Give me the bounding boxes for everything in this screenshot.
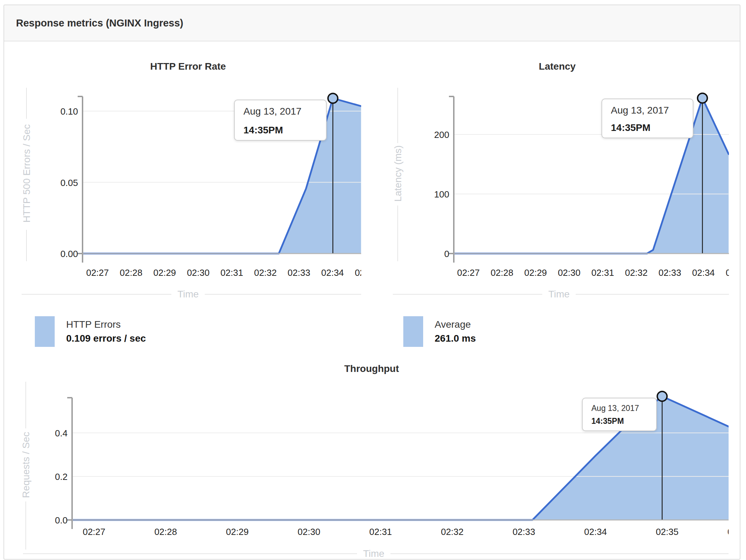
http-error-rate-ytick-2: 0.00	[60, 249, 78, 259]
latency-xtick-2: 02:29	[524, 267, 547, 278]
card-header: Response metrics (NGINX Ingress)	[4, 5, 740, 41]
marker-point	[328, 93, 338, 103]
http-error-rate-xtick-7: 02:34	[321, 267, 344, 278]
throughput-ytick-1: 0.2	[55, 472, 68, 482]
http-error-rate-xtick-3: 02:30	[187, 267, 210, 278]
throughput-xtick-8: 02:35	[656, 527, 678, 537]
throughput-y-axis-title: Requests / Sec	[21, 432, 31, 498]
latency-tooltip-date: Aug 13, 2017	[611, 105, 669, 116]
latency-tooltip-time: 14:35PM	[611, 122, 651, 133]
marker-point	[657, 391, 667, 401]
latency-xtick-5: 02:32	[625, 267, 647, 278]
throughput-x-axis-title: Time	[363, 548, 384, 559]
throughput-ytick-0: 0.4	[55, 428, 68, 438]
legend-text: HTTP Errors 0.109 errors / sec	[66, 316, 146, 347]
latency-xtick-7: 02:34	[692, 267, 715, 278]
http-errors-legend-label: HTTP Errors	[66, 320, 146, 329]
http-errors-legend-swatch	[35, 316, 55, 347]
http-error-rate-ytick-0: 0.10	[60, 106, 78, 117]
throughput-xtick-5: 02:32	[441, 527, 464, 537]
http-error-rate-xtick-0: 02:27	[86, 267, 109, 278]
latency-xtick-0: 02:27	[457, 267, 480, 278]
http-error-rate-xtick-4: 02:31	[220, 267, 243, 278]
latency-xtick-1: 02:28	[491, 267, 513, 278]
http-error-rate-x-axis-title: Time	[177, 289, 199, 300]
http-error-rate-tooltip-date: Aug 13, 2017	[243, 106, 302, 117]
throughput-title: Throughput	[344, 363, 399, 374]
throughput-xtick-3: 02:30	[298, 527, 320, 537]
throughput-tooltip-time: 14:35PM	[591, 417, 624, 426]
throughput-xtick-9: 02:36	[728, 527, 729, 537]
throughput-ytick-2: 0.0	[55, 515, 68, 526]
latency-xtick-6: 02:33	[659, 267, 681, 278]
average-latency-legend: Average 261.0 ms	[403, 316, 476, 347]
average-latency-legend-label: Average	[435, 320, 476, 329]
average-latency-legend-value: 261.0 ms	[435, 334, 476, 343]
throughput-xtick-7: 02:34	[584, 527, 607, 537]
http-errors-legend: HTTP Errors 0.109 errors / sec	[35, 316, 146, 347]
latency-ytick-1: 100	[434, 189, 449, 200]
throughput-xtick-0: 02:27	[83, 527, 105, 537]
http-errors-legend-value: 0.109 errors / sec	[66, 334, 146, 343]
latency-xtick-4: 02:31	[591, 267, 614, 278]
http-error-rate-ytick-1: 0.05	[60, 178, 78, 188]
http-error-rate-xtick-6: 02:33	[288, 267, 310, 278]
throughput-chart[interactable]: 0.40.20.002:2702:2802:2902:3002:3102:320…	[3, 360, 729, 560]
card-title: Response metrics (NGINX Ingress)	[16, 17, 183, 29]
http-error-rate-xtick-5: 02:32	[254, 267, 277, 278]
average-latency-legend-swatch	[403, 316, 423, 347]
http-error-rate-y-axis-title: HTTP 500 Errors / Sec	[21, 124, 32, 223]
marker-point	[698, 93, 707, 103]
throughput-xtick-1: 02:28	[154, 527, 177, 537]
throughput-xtick-4: 02:31	[369, 527, 392, 537]
http-error-rate-tooltip-time: 14:35PM	[243, 125, 283, 135]
throughput-xtick-6: 02:33	[513, 527, 535, 537]
latency-ytick-2: 0	[444, 249, 449, 259]
latency-title: Latency	[539, 61, 576, 72]
http-error-rate-xtick-1: 02:28	[120, 267, 142, 278]
latency-xtick-3: 02:30	[558, 267, 581, 278]
http-error-rate-chart[interactable]: 0.100.050.0002:2702:2802:2902:3002:3102:…	[3, 41, 361, 305]
http-error-rate-xtick-2: 02:29	[153, 267, 176, 278]
latency-x-axis-title: Time	[548, 289, 569, 300]
throughput-xtick-2: 02:29	[226, 527, 249, 537]
http-error-rate-xtick-8: 02:35	[355, 267, 361, 278]
throughput-tooltip-date: Aug 13, 2017	[591, 404, 639, 413]
latency-chart[interactable]: 200100002:2702:2802:2902:3002:3102:3202:…	[374, 41, 729, 305]
latency-ytick-0: 200	[434, 130, 449, 140]
legend-text: Average 261.0 ms	[435, 316, 476, 347]
latency-y-axis-title: Latency (ms)	[393, 145, 403, 202]
latency-xtick-8: 02:35	[726, 267, 729, 278]
tooltip-box	[582, 398, 656, 431]
http-error-rate-title: HTTP Error Rate	[150, 61, 226, 72]
